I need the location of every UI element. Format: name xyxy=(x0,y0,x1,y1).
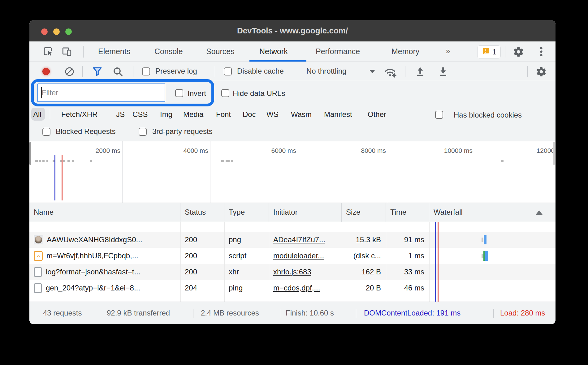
waterfall-gridline xyxy=(488,222,488,302)
request-initiator-link[interactable]: ADea4I7IfZu7... xyxy=(269,232,342,248)
column-divider xyxy=(180,222,181,302)
type-tab-doc[interactable]: Doc xyxy=(243,110,256,119)
hide-data-urls-checkbox[interactable] xyxy=(221,89,229,97)
summary-divider xyxy=(193,309,193,318)
table-filler-row xyxy=(29,222,556,232)
request-size: 162 B xyxy=(342,264,386,280)
search-icon[interactable] xyxy=(112,66,123,79)
has-blocked-cookies-checkbox[interactable] xyxy=(435,111,443,119)
record-network-log-button[interactable] xyxy=(42,68,50,75)
scrollbar-fragment[interactable] xyxy=(553,142,555,165)
device-toolbar-icon[interactable] xyxy=(61,46,72,58)
third-party-requests-checkbox[interactable] xyxy=(139,128,147,136)
tab-memory[interactable]: Memory xyxy=(391,41,419,62)
scrollbar-fragment[interactable] xyxy=(29,142,31,165)
request-name: log?format=json&hasfast=t... xyxy=(46,264,141,280)
column-header-waterfall[interactable]: Waterfall xyxy=(429,203,556,222)
blocked-requests-label[interactable]: Blocked Requests xyxy=(56,127,115,136)
third-party-requests-label[interactable]: 3rd-party requests xyxy=(152,127,213,136)
column-header-initiator[interactable]: Initiator xyxy=(269,203,342,222)
toolbar-divider xyxy=(405,66,405,77)
disable-cache-checkbox[interactable] xyxy=(224,67,232,75)
settings-gear-icon[interactable] xyxy=(513,46,524,59)
request-status: 200 xyxy=(180,248,224,264)
type-tab-js[interactable]: JS xyxy=(116,110,125,119)
timeline-tick-label: 4000 ms xyxy=(162,147,208,154)
column-header-name[interactable]: Name xyxy=(29,203,180,222)
preserve-log-checkbox[interactable] xyxy=(142,67,150,75)
type-tab-css[interactable]: CSS xyxy=(132,110,148,119)
type-tab-ws[interactable]: WS xyxy=(266,110,279,119)
type-tab-divider xyxy=(50,109,50,119)
column-header-status[interactable]: Status xyxy=(180,203,224,222)
invert-checkbox[interactable] xyxy=(175,89,183,97)
network-conditions-icon[interactable] xyxy=(383,66,399,79)
tab-performance[interactable]: Performance xyxy=(316,41,360,62)
type-tab-other[interactable]: Other xyxy=(368,110,386,119)
request-name-cell[interactable]: log?format=json&hasfast=t... xyxy=(29,264,180,280)
filter-input[interactable] xyxy=(37,84,165,102)
type-tab-img[interactable]: Img xyxy=(160,110,172,119)
filter-funnel-icon[interactable] xyxy=(92,66,103,78)
issues-counter-button[interactable]: 1 xyxy=(477,45,501,58)
import-har-icon[interactable] xyxy=(415,66,426,78)
request-name: m=Wt6vjf,hhhU8,FCpbqb,... xyxy=(46,248,138,264)
requests-count: 43 requests xyxy=(43,302,82,324)
image-preview-icon xyxy=(34,235,43,244)
type-tab-fetchxhr[interactable]: Fetch/XHR xyxy=(61,110,97,119)
tab-sources[interactable]: Sources xyxy=(206,41,235,62)
request-type: ping xyxy=(224,280,269,296)
more-tabs-button[interactable]: » xyxy=(446,41,450,62)
table-row[interactable]: log?format=json&hasfast=t... 200 xhr xhr… xyxy=(29,264,556,280)
inspect-element-icon[interactable] xyxy=(43,46,54,58)
column-header-type[interactable]: Type xyxy=(224,203,269,222)
summary-divider xyxy=(281,309,281,318)
toolbar-divider xyxy=(527,66,528,77)
text-caret xyxy=(41,87,42,98)
column-header-size[interactable]: Size xyxy=(342,203,386,222)
network-settings-gear-icon[interactable] xyxy=(536,66,547,79)
request-name-cell[interactable]: AAWUweXANHG8IddxgS0... xyxy=(29,232,180,248)
request-initiator-link[interactable]: moduleloader... xyxy=(269,248,342,264)
tab-network[interactable]: Network xyxy=(259,41,288,62)
summary-divider xyxy=(493,309,494,318)
request-name-cell[interactable]: ‹› m=Wt6vjf,hhhU8,FCpbqb,... xyxy=(29,248,180,264)
clear-network-log-icon[interactable] xyxy=(64,67,75,78)
throttling-select[interactable]: No throttling xyxy=(306,67,346,75)
column-header-time[interactable]: Time xyxy=(386,203,429,222)
network-summary-bar: 43 requests 92.9 kB transferred 2.4 MB r… xyxy=(29,302,556,324)
timeline-tick-label: 12000 xyxy=(524,147,555,154)
request-type: script xyxy=(224,248,269,264)
type-tab-all[interactable]: All xyxy=(33,110,41,119)
table-row[interactable]: ‹› m=Wt6vjf,hhhU8,FCpbqb,... 200 script … xyxy=(29,248,556,264)
export-har-icon[interactable] xyxy=(438,66,448,78)
dom-content-loaded-marker xyxy=(54,155,55,200)
kebab-menu-icon[interactable] xyxy=(538,46,545,58)
request-initiator-link[interactable]: m=cdos,dpf,... xyxy=(269,280,342,296)
dom-content-loaded-time: DOMContentLoaded: 191 ms xyxy=(364,302,460,324)
tab-console[interactable]: Console xyxy=(154,41,183,62)
column-divider xyxy=(269,222,269,302)
type-tab-font[interactable]: Font xyxy=(216,110,231,119)
type-tab-wasm[interactable]: Wasm xyxy=(291,110,312,119)
network-overview-timeline[interactable]: 2000 ms 4000 ms 6000 ms 8000 ms 10000 ms… xyxy=(29,141,556,203)
hide-data-urls-label[interactable]: Hide data URLs xyxy=(233,89,285,98)
invert-label[interactable]: Invert xyxy=(188,89,206,98)
preserve-log-label[interactable]: Preserve log xyxy=(155,67,197,75)
type-tab-media[interactable]: Media xyxy=(183,110,203,119)
blocked-requests-checkbox[interactable] xyxy=(42,128,50,136)
table-row[interactable]: gen_204?atyp=i&r=1&ei=8... 204 ping m=cd… xyxy=(29,280,556,296)
request-status: 200 xyxy=(180,232,224,248)
chevron-down-icon[interactable] xyxy=(370,70,375,73)
has-blocked-cookies-label[interactable]: Has blocked cookies xyxy=(454,111,522,119)
request-status: 200 xyxy=(180,264,224,280)
tab-elements[interactable]: Elements xyxy=(98,41,130,62)
disable-cache-label[interactable]: Disable cache xyxy=(237,67,284,75)
type-tab-manifest[interactable]: Manifest xyxy=(324,110,352,119)
table-row[interactable]: AAWUweXANHG8IddxgS0... 200 png ADea4I7If… xyxy=(29,232,556,248)
request-initiator-link[interactable]: xhrio.js:683 xyxy=(269,264,342,280)
devtools-tabbar: Elements Console Sources Network Perform… xyxy=(29,41,556,62)
sort-ascending-icon[interactable] xyxy=(536,210,543,215)
timeline-gridline xyxy=(122,141,123,203)
request-name-cell[interactable]: gen_204?atyp=i&r=1&ei=8... xyxy=(29,280,180,296)
